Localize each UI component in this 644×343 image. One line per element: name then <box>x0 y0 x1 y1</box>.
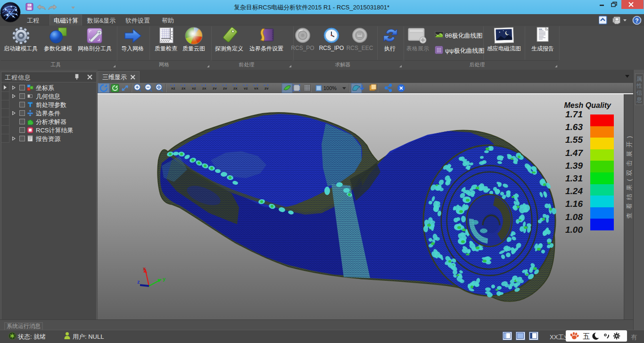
svg-text:xz: xz <box>192 86 196 90</box>
svg-text:zv: zv <box>223 86 227 90</box>
svg-text:五: 五 <box>583 332 590 340</box>
svg-text:xz: xz <box>171 86 175 90</box>
svg-text:zx: zx <box>202 86 206 90</box>
svg-text:zv: zv <box>213 86 217 90</box>
svg-text:100%: 100% <box>323 85 337 91</box>
svg-text:zx: zx <box>182 86 186 90</box>
svg-text:x: x <box>143 266 146 271</box>
svg-text:zx: zx <box>233 86 238 90</box>
svg-text:zv: zv <box>264 86 269 90</box>
svg-text:vx: vx <box>254 86 258 90</box>
svg-text:vz: vz <box>244 86 248 90</box>
svg-text:z: z <box>137 279 140 285</box>
svg-text:?: ? <box>635 17 638 24</box>
svg-text:y: y <box>163 276 166 282</box>
